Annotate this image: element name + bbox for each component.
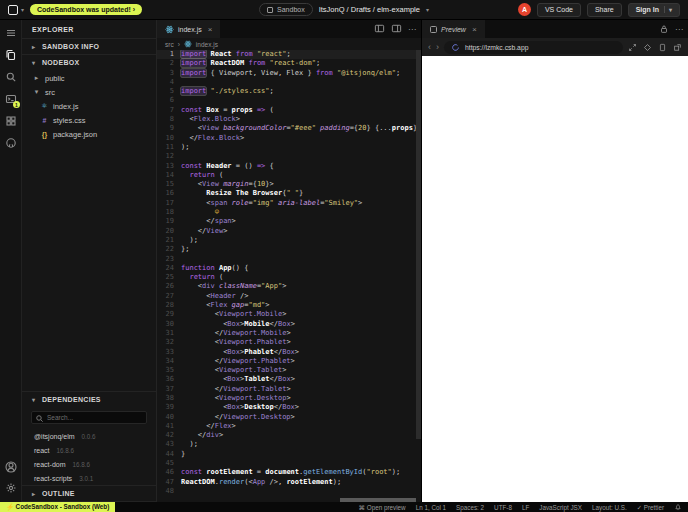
code-line[interactable]: 13const Header = () => { (157, 162, 421, 171)
breadcrumb[interactable]: ItsJonQ / Drafts / elm-example (319, 5, 420, 14)
workspace-section[interactable]: ▾ NODEBOX (22, 54, 156, 70)
dependency-row[interactable]: react-dom16.8.6 (22, 457, 156, 471)
more-actions-icon[interactable]: ⋯ (675, 25, 684, 34)
code-line[interactable]: 5import "./styles.css"; (157, 87, 421, 96)
avatar[interactable]: A (518, 3, 531, 16)
status-item[interactable]: LF (522, 504, 529, 511)
code-line[interactable]: 28 <Flex gap="md"> (157, 301, 421, 310)
code-line[interactable]: 32 <Viewport.Phablet> (157, 338, 421, 347)
code-line[interactable]: 19 </span> (157, 217, 421, 226)
status-item[interactable]: ⌘ Open preview (359, 504, 406, 511)
url-field[interactable]: https://lzmkc.csb.app (444, 41, 623, 54)
code-line[interactable]: 39 <Box>Desktop</Box> (157, 403, 421, 412)
sign-in-chevron-icon[interactable]: ▾ (664, 6, 672, 13)
terminal-icon[interactable]: 1 (4, 92, 17, 105)
code-line[interactable]: 15 <View margin={10}> (157, 180, 421, 189)
preview-viewport[interactable] (422, 56, 688, 502)
code-editor[interactable]: 1import React from "react";2import React… (157, 50, 421, 502)
status-item[interactable]: Layout: U.S. (592, 504, 627, 511)
code-line[interactable]: 40 </Viewport.Desktop> (157, 413, 421, 422)
dependency-row[interactable]: react16.8.6 (22, 443, 156, 457)
code-line[interactable]: 4 (157, 78, 421, 87)
editor-horizontal-scrollbar[interactable] (181, 498, 416, 502)
code-line[interactable]: 7const Box = props => ( (157, 106, 421, 115)
code-line[interactable]: 31 </Viewport.Mobile> (157, 329, 421, 338)
code-line[interactable]: 18 ☺ (157, 208, 421, 217)
code-line[interactable]: 29 <Viewport.Mobile> (157, 310, 421, 319)
code-line[interactable]: 35 <Viewport.Tablet> (157, 366, 421, 375)
search-icon[interactable] (4, 70, 17, 83)
code-line[interactable]: 16 Resize The Browser{" "} (157, 189, 421, 198)
code-line[interactable]: 22}; (157, 245, 421, 254)
settings-gear-icon[interactable] (4, 481, 17, 494)
device-icon[interactable] (658, 38, 667, 56)
code-line[interactable]: 44} (157, 450, 421, 459)
code-line[interactable]: 24function App() { (157, 264, 421, 273)
split-right-icon[interactable] (391, 20, 402, 38)
file-tree-item-styles-css[interactable]: #styles.css (22, 113, 156, 127)
preview-url[interactable]: https://lzmkc.csb.app (465, 44, 528, 51)
responsive-mode-icon[interactable] (643, 38, 652, 56)
status-item[interactable]: UTF-8 (494, 504, 512, 511)
sandbox-type-pill[interactable]: Sandbox (259, 3, 313, 16)
code-line[interactable]: 33 <Box>Phablet</Box> (157, 348, 421, 357)
tab-preview[interactable]: Preview × (422, 20, 485, 38)
file-tree-item-package-json[interactable]: {}package.json (22, 127, 156, 141)
forward-icon[interactable]: › (436, 43, 439, 52)
code-line[interactable]: 26 <div className="App"> (157, 282, 421, 291)
vscode-button[interactable]: VS Code (537, 3, 581, 17)
project-menu-chevron-icon[interactable]: ▾ (426, 6, 429, 13)
code-line[interactable]: 6 (157, 96, 421, 105)
code-line[interactable]: 37 </Viewport.Tablet> (157, 385, 421, 394)
share-button[interactable]: Share (587, 3, 622, 17)
dependency-row[interactable]: @itsjonq/elm0.0.6 (22, 429, 156, 443)
split-left-icon[interactable] (374, 20, 385, 38)
breadcrumb-bar[interactable]: src › index.js (157, 38, 421, 50)
code-line[interactable]: 42 </div> (157, 431, 421, 440)
code-line[interactable]: 21 ); (157, 236, 421, 245)
close-icon[interactable]: × (472, 25, 477, 34)
sign-in-button[interactable]: Sign In ▾ (628, 3, 680, 17)
outline-section[interactable]: ▸ OUTLINE (22, 485, 156, 502)
status-badge[interactable]: ⚡ CodeSandbox - Sandbox (Web) (0, 502, 115, 512)
code-line[interactable]: 23 (157, 255, 421, 264)
lock-icon[interactable] (659, 20, 669, 38)
code-line[interactable]: 43 ); (157, 440, 421, 449)
menu-icon[interactable] (4, 26, 17, 39)
update-banner[interactable]: CodeSandbox was updated! › (30, 4, 142, 15)
extensions-icon[interactable] (4, 114, 17, 127)
refresh-icon[interactable] (451, 38, 460, 56)
code-line[interactable]: 45 (157, 459, 421, 468)
code-line[interactable]: 34 </Viewport.Phablet> (157, 357, 421, 366)
code-line[interactable]: 14 return ( (157, 171, 421, 180)
notifications-bell-icon[interactable] (674, 503, 682, 512)
status-item[interactable]: Spaces: 2 (456, 504, 484, 511)
codesandbox-logo-icon[interactable] (8, 5, 18, 15)
file-tree-item-public[interactable]: ▸public (22, 71, 156, 85)
code-line[interactable]: 20 </View> (157, 227, 421, 236)
code-line[interactable]: 48 (157, 487, 421, 496)
code-line[interactable]: 8 <Flex.Block> (157, 115, 421, 124)
workspace-menu-chevron-icon[interactable]: ▾ (21, 6, 24, 13)
dependencies-section[interactable]: ▾ DEPENDENCIES (22, 391, 156, 407)
code-line[interactable]: 46const rootElement = document.getElemen… (157, 468, 421, 477)
back-icon[interactable]: ‹ (428, 43, 431, 52)
editor-vertical-scrollbar[interactable] (416, 50, 421, 502)
status-item[interactable]: ✓ Prettier (637, 504, 664, 511)
breadcrumb-src[interactable]: src (165, 41, 174, 48)
code-line[interactable]: 27 <Header /> (157, 292, 421, 301)
more-actions-icon[interactable]: ⋯ (408, 25, 417, 34)
account-icon[interactable] (4, 460, 17, 473)
expand-icon[interactable] (628, 38, 637, 56)
code-line[interactable]: 1import React from "react"; (157, 50, 421, 59)
status-item[interactable]: Ln 1, Col 1 (416, 504, 446, 511)
code-line[interactable]: 25 return ( (157, 273, 421, 282)
file-tree-item-src[interactable]: ▾src (22, 85, 156, 99)
dependency-row[interactable]: react-scripts3.0.1 (22, 471, 156, 485)
breadcrumb-file[interactable]: index.js (196, 41, 218, 48)
code-line[interactable]: 30 <Box>Mobile</Box> (157, 320, 421, 329)
code-line[interactable]: 41 </Flex> (157, 422, 421, 431)
file-tree-item-index-js[interactable]: ⚛index.js (22, 99, 156, 113)
status-item[interactable]: JavaScript JSX (539, 504, 582, 511)
close-icon[interactable]: × (208, 25, 213, 34)
